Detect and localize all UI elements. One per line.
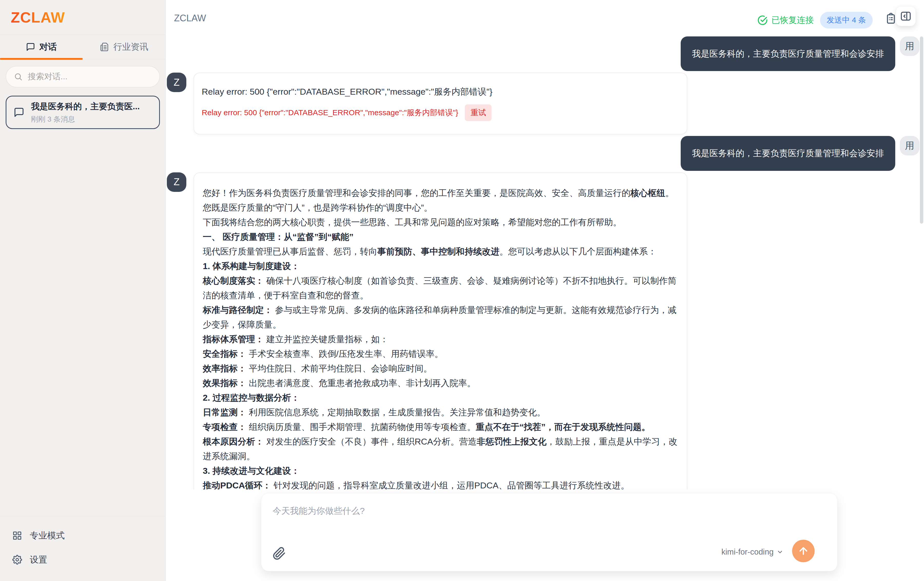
- composer-placeholder: 今天我能为你做些什么?: [272, 505, 365, 517]
- conversation-list: 我是医务科的，主要负责医... 刚刚 3 条消息: [0, 87, 165, 129]
- search-placeholder: 搜索对话...: [28, 71, 68, 82]
- sidebar: ZCLAW 对话 行业资讯 搜索对话...: [0, 0, 166, 581]
- tab-industry-news-label: 行业资讯: [114, 41, 148, 53]
- chevron-down-icon: [777, 549, 783, 555]
- assistant-paragraph: 一、 医疗质量管理：从“监督”到“赋能”: [203, 230, 678, 244]
- panel-collapse-icon: [900, 10, 912, 22]
- assistant-avatar: Z: [167, 72, 186, 92]
- user-avatar: 用: [900, 36, 919, 56]
- assistant-paragraph: 安全指标： 手术安全核查率、跌倒/压疮发生率、用药错误率。: [203, 347, 678, 361]
- collapse-panel-button[interactable]: [896, 6, 916, 26]
- model-selector[interactable]: kimi-for-coding: [721, 547, 783, 556]
- sidebar-tabs: 对话 行业资讯: [0, 35, 165, 59]
- page-title: ZCLAW: [174, 13, 206, 24]
- assistant-paragraph: 推动PDCA循环： 针对发现的问题，指导科室成立质量改进小组，运用PDCA、品管…: [203, 478, 678, 489]
- conversation-title: 我是医务科的，主要负责医...: [31, 101, 140, 112]
- app-window: ZCLAW 对话 行业资讯 搜索对话...: [0, 0, 924, 581]
- news-icon: [100, 42, 109, 51]
- composer[interactable]: 今天我能为你做些什么? kimi-for-coding: [261, 493, 838, 571]
- assistant-paragraph: 日常监测： 利用医院信息系统，定期抽取数据，生成质量报告。关注异常值和趋势变化。: [203, 405, 678, 420]
- assistant-paragraph: 效率指标： 平均住院日、术前平均住院日、会诊响应时间。: [203, 361, 678, 376]
- user-message-row: 我是医务科的，主要负责医疗质量管理和会诊安排 用: [167, 136, 919, 171]
- settings-label: 设置: [30, 554, 47, 566]
- assistant-error-card: Relay error: 500 {"error":"DATABASE_ERRO…: [193, 72, 687, 134]
- assistant-message-row: Z 您好！作为医务科负责医疗质量管理和会诊安排的同事，您的工作至关重要，是医院高…: [167, 172, 919, 489]
- error-message-text: Relay error: 500 {"error":"DATABASE_ERRO…: [202, 86, 679, 98]
- search-section: 搜索对话...: [0, 59, 165, 87]
- user-avatar: 用: [900, 136, 919, 155]
- assistant-paragraph: 标准与路径制定： 参与或主导常见病、多发病的临床路径和单病种质量管理标准的制定与…: [203, 303, 678, 332]
- user-message-row: 我是医务科的，主要负责医疗质量管理和会诊安排 用: [167, 36, 919, 71]
- assistant-paragraph: 核心制度落实： 确保十八项医疗核心制度（如首诊负责、三级查房、会诊、疑难病例讨论…: [203, 273, 678, 303]
- sidebar-item-settings[interactable]: 设置: [0, 548, 165, 572]
- assistant-paragraph: 下面我将结合您的两大核心职责，提供一些思路、工具和常见问题的应对策略，希望能对您…: [203, 215, 678, 230]
- check-circle-icon: [757, 15, 768, 26]
- assistant-message-card: 您好！作为医务科负责医疗质量管理和会诊安排的同事，您的工作至关重要，是医院高效、…: [193, 172, 687, 489]
- error-detail-row: Relay error: 500 {"error":"DATABASE_ERRO…: [202, 104, 679, 121]
- paperclip-icon[interactable]: [272, 547, 286, 560]
- assistant-paragraph: 1. 体系构建与制度建设：: [203, 259, 678, 273]
- assistant-paragraph: 2. 过程监控与数据分析：: [203, 390, 678, 405]
- conversation-texts: 我是医务科的，主要负责医... 刚刚 3 条消息: [31, 101, 140, 124]
- sending-badge: 发送中 4 条: [820, 12, 873, 28]
- model-name: kimi-for-coding: [721, 547, 774, 556]
- sidebar-footer: 专业模式 设置: [0, 516, 165, 581]
- grid-icon: [12, 531, 22, 540]
- assistant-error-row: Z Relay error: 500 {"error":"DATABASE_ER…: [167, 72, 919, 134]
- conversation-meta: 刚刚 3 条消息: [31, 114, 140, 124]
- tab-industry-news[interactable]: 行业资讯: [83, 35, 166, 59]
- assistant-paragraph: 专项检查： 组织病历质量、围手术期管理、抗菌药物使用等专项检查。重点不在于“找茬…: [203, 420, 678, 434]
- assistant-paragraph: 效果指标： 出院患者满意度、危重患者抢救成功率、非计划再入院率。: [203, 376, 678, 390]
- sidebar-item-pro-mode[interactable]: 专业模式: [0, 523, 165, 548]
- tab-conversations[interactable]: 对话: [0, 35, 83, 59]
- send-button[interactable]: [792, 540, 815, 562]
- assistant-paragraph: 根本原因分析： 对发生的医疗安全（不良）事件，组织RCA分析。营造非惩罚性上报文…: [203, 434, 678, 464]
- chat-bubble-icon: [26, 42, 35, 51]
- assistant-paragraph: 3. 持续改进与文化建设：: [203, 464, 678, 478]
- main-header: ZCLAW 已恢复连接 发送中 4 条: [166, 0, 924, 36]
- brand-logo: ZCLAW: [11, 9, 65, 26]
- chat-message-list: 我是医务科的，主要负责医疗质量管理和会诊安排 用 Z Relay error: …: [166, 36, 921, 489]
- assistant-paragraph: 指标体系管理： 建立并监控关键质量指标，如：: [203, 332, 678, 347]
- clipboard-icon[interactable]: [885, 13, 897, 25]
- search-icon: [14, 72, 23, 81]
- status-group: 已恢复连接 发送中 4 条: [757, 12, 873, 28]
- scrollbar-thumb[interactable]: [920, 36, 923, 224]
- search-input[interactable]: 搜索对话...: [6, 66, 160, 87]
- conversation-item[interactable]: 我是医务科的，主要负责医... 刚刚 3 条消息: [6, 95, 160, 129]
- main-area: ZCLAW 已恢复连接 发送中 4 条: [166, 0, 924, 581]
- assistant-paragraph: 您好！作为医务科负责医疗质量管理和会诊安排的同事，您的工作至关重要，是医院高效、…: [203, 186, 678, 215]
- pro-mode-label: 专业模式: [30, 530, 65, 541]
- assistant-avatar: Z: [167, 172, 186, 192]
- active-tab-indicator: [0, 58, 82, 60]
- user-message-bubble: 我是医务科的，主要负责医疗质量管理和会诊安排: [681, 36, 895, 71]
- tab-conversations-label: 对话: [39, 41, 57, 53]
- connection-status-text: 已恢复连接: [772, 14, 814, 26]
- connection-status: 已恢复连接: [757, 14, 814, 26]
- error-detail-text: Relay error: 500 {"error":"DATABASE_ERRO…: [202, 107, 458, 118]
- assistant-paragraph: 现代医疗质量管理已从事后监督、惩罚，转向事前预防、事中控制和持续改进。您可以考虑…: [203, 244, 678, 259]
- arrow-up-icon: [798, 545, 809, 556]
- user-message-bubble: 我是医务科的，主要负责医疗质量管理和会诊安排: [681, 136, 895, 171]
- gear-icon: [12, 555, 22, 565]
- assistant-rich-body: 您好！作为医务科负责医疗质量管理和会诊安排的同事，您的工作至关重要，是医院高效、…: [203, 186, 678, 489]
- retry-button[interactable]: 重试: [465, 104, 492, 121]
- sidebar-logo-section: ZCLAW: [0, 0, 165, 35]
- chat-bubble-icon: [13, 107, 25, 118]
